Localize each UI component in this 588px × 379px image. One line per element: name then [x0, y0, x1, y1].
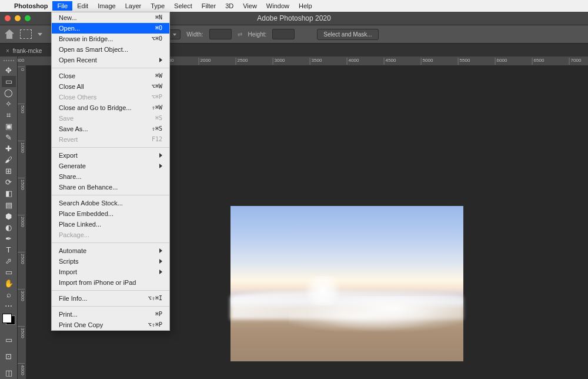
- menu-item-open[interactable]: Open...⌘O: [52, 23, 169, 34]
- menu-item-label: Close Others: [59, 93, 96, 101]
- menu-item-search-adobe-stock[interactable]: Search Adobe Stock...: [52, 198, 169, 208]
- menubar-item-3d[interactable]: 3D: [220, 1, 238, 11]
- width-field[interactable]: [209, 29, 232, 39]
- height-label: Height:: [248, 31, 267, 38]
- marquee-preset-icon[interactable]: [20, 29, 32, 39]
- menu-item-open-recent[interactable]: Open Recent: [52, 55, 169, 65]
- ellipsis-tool[interactable]: ⋯: [2, 300, 16, 311]
- menu-item-close-and-go-to-bridge[interactable]: Close and Go to Bridge...⇧⌘W: [52, 102, 169, 113]
- pen-tool[interactable]: ✒: [2, 233, 16, 244]
- swap-dimensions-icon[interactable]: ⇄: [238, 31, 242, 38]
- ruler-tick: 6000: [495, 58, 507, 65]
- menu-item-import[interactable]: Import: [52, 267, 169, 277]
- menubar-item-edit[interactable]: Edit: [72, 1, 93, 11]
- menu-item-close[interactable]: Close⌘W: [52, 71, 169, 81]
- menu-separator: [52, 68, 169, 68]
- menubar-item-filter[interactable]: Filter: [197, 1, 220, 11]
- menu-item-print[interactable]: Print...⌘P: [52, 309, 169, 320]
- dodge-tool[interactable]: ◐: [2, 222, 16, 233]
- menu-item-label: Save As...: [59, 125, 88, 133]
- heal-tool[interactable]: ✚: [2, 143, 16, 154]
- menu-item-close-others: Close Others⌥⌘P: [52, 92, 169, 102]
- frame-tool[interactable]: ▣: [2, 121, 16, 132]
- menu-item-new[interactable]: New...⌘N: [52, 12, 169, 23]
- menu-item-label: Search Adobe Stock...: [59, 199, 123, 207]
- zoom-window-button[interactable]: [25, 15, 31, 21]
- menu-shortcut: ⌘S: [155, 114, 162, 122]
- menu-item-browse-in-bridge[interactable]: Browse in Bridge...⌥⌘O: [52, 34, 169, 44]
- menubar-item-file[interactable]: File: [52, 1, 72, 11]
- screen-mode-icon-0[interactable]: ▭: [2, 333, 16, 346]
- menu-item-share[interactable]: Share...: [52, 171, 169, 182]
- menu-item-close-all[interactable]: Close All⌥⌘W: [52, 81, 169, 92]
- lasso-tool[interactable]: ◯: [2, 87, 16, 98]
- hand-tool[interactable]: ✋: [2, 278, 16, 289]
- tool-preset-dropdown-icon[interactable]: [38, 33, 42, 36]
- height-field[interactable]: [272, 29, 295, 39]
- menu-item-print-one-copy[interactable]: Print One Copy⌥⇧⌘P: [52, 320, 169, 330]
- menubar-app[interactable]: Photoshop: [9, 1, 52, 11]
- menubar-item-help[interactable]: Help: [294, 1, 317, 11]
- menu-item-export[interactable]: Export: [52, 150, 169, 161]
- menu-shortcut: ⇧⌘S: [152, 125, 162, 133]
- document-tab[interactable]: × frank-mcke: [0, 48, 48, 54]
- blur-tool[interactable]: ⬢: [2, 211, 16, 222]
- menu-item-share-on-behance[interactable]: Share on Behance...: [52, 182, 169, 192]
- menubar-item-image[interactable]: Image: [93, 1, 121, 11]
- foreground-swatch[interactable]: [2, 314, 12, 323]
- screen-mode-icon-2[interactable]: ◫: [2, 366, 16, 379]
- type-tool[interactable]: T: [2, 244, 16, 255]
- menu-item-place-embedded[interactable]: Place Embedded...: [52, 208, 169, 219]
- menubar-item-window[interactable]: Window: [262, 1, 294, 11]
- canvas-image[interactable]: [230, 206, 463, 361]
- menu-item-generate[interactable]: Generate: [52, 161, 169, 171]
- menu-shortcut: ⌥⌘P: [152, 93, 162, 101]
- menu-item-import-from-iphone-or-ipad[interactable]: Import from iPhone or iPad: [52, 277, 169, 288]
- submenu-arrow-icon: [159, 153, 162, 158]
- history-tool[interactable]: ⟳: [2, 177, 16, 188]
- marquee-tool[interactable]: ▭: [2, 76, 16, 87]
- menu-shortcut: ⌥⌘W: [152, 82, 162, 91]
- toolbox-grip-icon[interactable]: [4, 60, 14, 62]
- menu-item-automate[interactable]: Automate: [52, 245, 169, 256]
- gradient-tool[interactable]: ▤: [2, 199, 16, 210]
- ruler-tick: 5000: [421, 58, 433, 65]
- menubar-item-layer[interactable]: Layer: [121, 1, 146, 11]
- minimize-window-button[interactable]: [15, 15, 21, 21]
- menu-item-save-as[interactable]: Save As...⇧⌘S: [52, 124, 169, 134]
- menu-item-file-info[interactable]: File Info...⌥⇧⌘I: [52, 293, 169, 304]
- select-and-mask-button[interactable]: Select and Mask...: [317, 29, 378, 40]
- crop-tool[interactable]: ⌗: [2, 109, 16, 121]
- tab-close-icon[interactable]: ×: [6, 48, 9, 54]
- eyedrop-tool[interactable]: ✎: [2, 132, 16, 143]
- menu-item-open-as-smart-object[interactable]: Open as Smart Object...: [52, 44, 169, 55]
- shape-tool[interactable]: ▭: [2, 267, 16, 278]
- ruler-tick: 2500: [236, 58, 248, 65]
- menu-item-label: New...: [59, 14, 77, 22]
- ruler-tick: 4000: [17, 363, 25, 375]
- path-tool[interactable]: ⬀: [2, 255, 16, 267]
- move-tool[interactable]: ✥: [2, 65, 16, 76]
- menubar-item-select[interactable]: Select: [169, 1, 197, 11]
- close-window-button[interactable]: [5, 15, 11, 21]
- menu-item-place-linked[interactable]: Place Linked...: [52, 219, 169, 230]
- menu-item-label: Export: [59, 151, 78, 159]
- brush-tool[interactable]: 🖌: [2, 154, 16, 165]
- ruler-tick: 500: [17, 104, 25, 113]
- home-icon[interactable]: [5, 29, 14, 39]
- width-label: Width:: [186, 31, 203, 38]
- submenu-arrow-icon: [159, 248, 162, 253]
- vertical-ruler[interactable]: 05001000150020002500300035004000: [17, 65, 26, 379]
- ruler-tick: 400: [17, 58, 24, 65]
- menubar-item-type[interactable]: Type: [146, 1, 169, 11]
- menubar-item-view[interactable]: View: [238, 1, 262, 11]
- magic-tool[interactable]: ✧: [2, 98, 16, 109]
- eraser-tool[interactable]: ◧: [2, 188, 16, 199]
- zoom-tool[interactable]: ⌕: [2, 289, 16, 300]
- stamp-tool[interactable]: ⊞: [2, 165, 16, 177]
- screen-mode-icon-1[interactable]: ⊡: [2, 350, 16, 363]
- color-swatches[interactable]: [2, 314, 15, 325]
- menu-item-label: Close and Go to Bridge...: [59, 104, 132, 112]
- menu-item-label: Automate: [59, 247, 86, 255]
- menu-item-scripts[interactable]: Scripts: [52, 256, 169, 267]
